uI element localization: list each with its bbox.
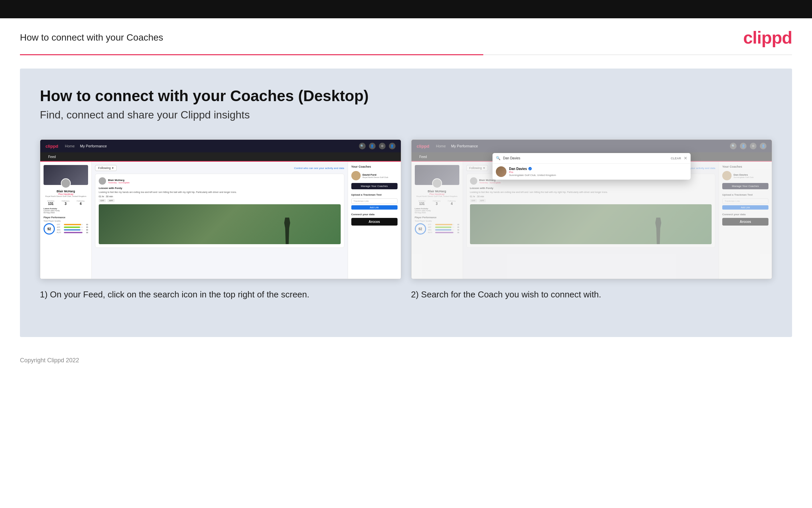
connect-label: Connect your data: [351, 213, 397, 216]
coach-name-1: David Ford: [363, 173, 388, 176]
arccos-box: Arccos: [351, 218, 397, 225]
coach-info-1: David Ford Royal North Devon Golf Club: [363, 173, 388, 178]
search-icon-nav[interactable]: 🔍: [359, 143, 366, 150]
feed-main-1: Following ▾ Control who can see your act…: [92, 162, 348, 279]
post-title: Lesson with Fordy: [99, 186, 341, 189]
coach-avatar-1: [351, 171, 361, 180]
main-title: How to connect with your Coaches (Deskto…: [40, 87, 772, 105]
header-divider: [20, 54, 792, 55]
post-author: Blair McHarg Yesterday · Sunningdale: [99, 177, 341, 185]
post-author-avatar: [99, 177, 106, 185]
bar-app: APP 85: [57, 226, 88, 228]
post-author-info: Blair McHarg Yesterday · Sunningdale: [108, 179, 130, 184]
settings-icon-nav[interactable]: ⚙: [379, 143, 386, 150]
bar-putt: PUTT 96: [57, 231, 88, 234]
app-nav-1: clippd Home My Performance 🔍 👤 ⚙ 👤: [40, 140, 401, 153]
post-duration: 01 hr : 30 min: [99, 195, 341, 198]
screenshots-row: clippd Home My Performance 🔍 👤 ⚙ 👤 Feed: [40, 139, 772, 300]
search-result-1[interactable]: Dan Davies ✓ Pro Sunningdale Golf Club, …: [492, 164, 691, 180]
profile-name-1: Blair McHarg: [44, 189, 88, 193]
bar-arg: ARG 86: [57, 229, 88, 231]
footer: Copyright Clippd 2022: [0, 350, 812, 371]
control-link[interactable]: Control who can see your activity and da…: [294, 167, 344, 170]
search-input-value[interactable]: Dan Davies: [503, 156, 668, 160]
following-button[interactable]: Following ▾: [95, 165, 117, 171]
feed-tab[interactable]: Feed: [46, 155, 58, 159]
stat-value-following: 4: [77, 202, 85, 206]
trackman-input[interactable]: Trackman Link: [351, 198, 397, 204]
stat-value-followers: 3: [61, 202, 69, 206]
search-bar: 🔍 Dan Davies CLEAR ✕: [492, 153, 691, 164]
copyright-text: Copyright Clippd 2022: [20, 357, 79, 364]
app-nav-2: clippd Home My Performance 🔍 👤 ⚙ 👤: [412, 140, 772, 153]
post-body: Looking to feel like my hands are exitin…: [99, 190, 341, 194]
screenshot-2-frame: clippd Home My Performance 🔍 👤 ⚙ 👤: [411, 139, 772, 279]
app-nav-links-1: Home My Performance: [65, 144, 107, 148]
settings-icon-nav-2: ⚙: [750, 143, 757, 150]
close-search-button[interactable]: ✕: [684, 156, 687, 161]
post-author-sub: Yesterday · Sunningdale: [108, 182, 130, 184]
profile-sidebar-2: Blair McHarg Plus Handicap Royal North D…: [412, 162, 463, 279]
profile-sidebar-1: Blair McHarg Plus Handicap Royal North D…: [40, 162, 92, 279]
bar-ott: OTT 90: [57, 223, 88, 225]
top-bar: [0, 0, 812, 18]
main-subtitle: Find, connect and share your Clippd insi…: [40, 109, 772, 121]
post-image: [99, 204, 341, 244]
la-date: 03 Aug 2022: [44, 212, 88, 214]
user-icon-nav-2: 👤: [740, 143, 747, 150]
nav-link-home[interactable]: Home: [65, 144, 75, 148]
user-icon-nav[interactable]: 👤: [369, 143, 376, 150]
result-role-1: Pro: [509, 171, 556, 174]
screenshot-1-block: clippd Home My Performance 🔍 👤 ⚙ 👤 Feed: [40, 139, 401, 300]
feed-post-1: Blair McHarg Yesterday · Sunningdale Les…: [95, 174, 344, 248]
post-tags: OFF APP: [99, 199, 341, 202]
stat-following: Following 4: [77, 200, 85, 206]
score-ring-value: 92: [44, 223, 55, 235]
search-icon-nav-2: 🔍: [730, 143, 736, 150]
profile-handicap-1: Plus Handicap: [44, 193, 88, 195]
stat-followers: Followers 3: [61, 200, 69, 206]
main-content: How to connect with your Coaches (Deskto…: [20, 69, 792, 337]
tag-app: APP: [107, 199, 115, 202]
profile-club-1: Royal North Devon Golf Club, United King…: [44, 195, 88, 197]
golfer-silhouette: [282, 218, 292, 244]
verified-badge: ✓: [528, 167, 531, 170]
clippd-logo: clippd: [743, 28, 792, 48]
following-row: Following ▾ Control who can see your act…: [95, 165, 344, 171]
connect-section-1: Connect your data Arccos: [351, 213, 397, 225]
result-avatar-1: [496, 166, 507, 177]
profile-stats-1: Activities 131 Followers 3 Following 4: [44, 200, 88, 206]
coach-club-1: Royal North Devon Golf Club: [363, 176, 388, 178]
step1-caption: 1) On your Feed, click on the search ico…: [40, 288, 401, 300]
search-icon-overlay: 🔍: [496, 156, 500, 160]
clear-button[interactable]: CLEAR: [671, 157, 681, 160]
profile-avatar-1: [61, 178, 71, 188]
post-author-name: Blair McHarg: [108, 179, 130, 182]
result-info-1: Dan Davies ✓ Pro Sunningdale Golf Club, …: [509, 167, 556, 177]
score-bars: OTT 90 APP 85: [57, 223, 88, 234]
pp-label: Player Performance: [44, 216, 88, 219]
avatar-nav[interactable]: 👤: [389, 143, 395, 150]
step2-caption: 2) Search for the Coach you wish to conn…: [411, 288, 772, 300]
app-nav-icons-2: 🔍 👤 ⚙ 👤: [730, 143, 766, 150]
app-body-1: Blair McHarg Plus Handicap Royal North D…: [40, 162, 401, 279]
header: How to connect with your Coaches clippd: [0, 18, 812, 54]
manage-coaches-button[interactable]: Manage Your Coaches: [351, 183, 397, 189]
add-link-button[interactable]: Add Link: [351, 205, 397, 210]
screenshot-1-frame: clippd Home My Performance 🔍 👤 ⚙ 👤 Feed: [40, 139, 401, 279]
result-name-1: Dan Davies ✓: [509, 167, 556, 171]
app-logo-2: clippd: [417, 144, 429, 149]
nav-link-performance[interactable]: My Performance: [80, 144, 107, 148]
score-ring: 92 OTT 90 APP: [44, 223, 88, 235]
app-nav-links-2: Home My Performance: [436, 144, 478, 148]
screenshot-2-block: clippd Home My Performance 🔍 👤 ⚙ 👤: [411, 139, 772, 300]
player-performance-1: Player Performance Total Player Quality …: [44, 216, 88, 235]
tag-off: OFF: [99, 199, 106, 202]
coaches-label: Your Coaches: [351, 165, 397, 168]
trackman-section-1: Upload a Trackman Test Trackman Link Add…: [351, 193, 397, 210]
page-title: How to connect with your Coaches: [20, 32, 163, 43]
trackman-label: Upload a Trackman Test: [351, 193, 397, 196]
profile-header-img-1: [44, 165, 88, 185]
coach-item-1: David Ford Royal North Devon Golf Club: [351, 171, 397, 180]
app-tabs-1: Feed: [40, 153, 401, 162]
